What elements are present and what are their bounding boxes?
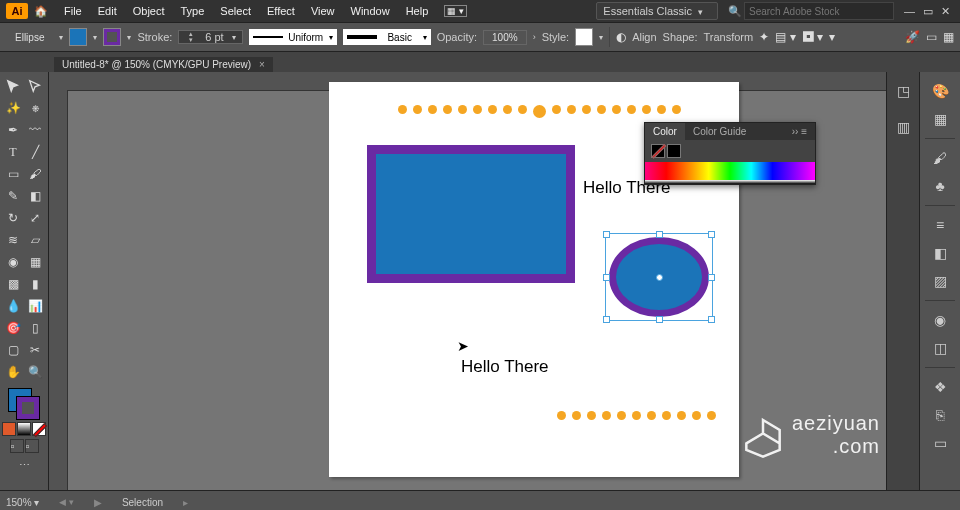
stroke-profile-select[interactable]: Uniform▾ [249,29,337,45]
align-label[interactable]: Align [632,31,656,43]
menu-type[interactable]: Type [181,5,205,17]
close-icon[interactable]: ✕ [941,5,950,18]
dotted-line-top[interactable] [395,104,684,118]
shaper-tool[interactable]: ✎ [3,186,23,206]
opacity-input[interactable]: 100% [483,30,527,45]
symbol-sprayer-tool[interactable]: 🎯 [3,318,23,338]
color-panel[interactable]: Color Color Guide ›› ≡ [644,122,816,185]
canvas-area[interactable]: Hello There ➤ Hello There Color Col [49,72,886,490]
libraries-icon[interactable]: ▥ [890,114,916,140]
color-icon[interactable]: 🎨 [927,78,953,104]
paintbrush-tool[interactable]: 🖌 [25,164,45,184]
layers-icon[interactable]: ❖ [927,374,953,400]
perspective-tool[interactable]: ▦ [25,252,45,272]
column-graph-tool[interactable]: ▯ [25,318,45,338]
panel-collapse-icon[interactable]: ›› ≡ [784,123,815,140]
shape-label[interactable]: Shape: [663,31,698,43]
document-tab[interactable]: Untitled-8* @ 150% (CMYK/GPU Preview) × [54,57,273,72]
gradient-mode[interactable] [17,422,31,436]
rectangle-tool[interactable]: ▭ [3,164,23,184]
menu-object[interactable]: Object [133,5,165,17]
properties-icon[interactable]: ◳ [890,78,916,104]
width-tool[interactable]: ≋ [3,230,23,250]
bridge-icon[interactable]: ▦ ▾ [444,5,467,17]
search-input[interactable] [744,2,894,20]
stroke-panel-icon[interactable]: ≡ [927,212,953,238]
artboard-tool[interactable]: ▢ [3,340,23,360]
blend-tool[interactable]: 📊 [25,296,45,316]
transform-label[interactable]: Transform [703,31,753,43]
zoom-select[interactable]: 150% ▾ [6,497,39,508]
color-guide-tab[interactable]: Color Guide [685,123,754,140]
slice-tool[interactable]: ✂ [25,340,45,360]
style-swatch[interactable] [575,28,593,46]
free-transform-tool[interactable]: ▱ [25,230,45,250]
selection-tool[interactable] [3,76,23,96]
draw-mode[interactable]: ▫ [10,439,24,453]
symbols-icon[interactable]: ♣ [927,173,953,199]
menu-effect[interactable]: Effect [267,5,295,17]
zoom-tool[interactable]: 🔍 [25,362,45,382]
menu-help[interactable]: Help [406,5,429,17]
nav-right-icon[interactable]: ▶ [94,497,102,508]
color-mode[interactable] [2,422,16,436]
screen-mode[interactable]: ▫ [25,439,39,453]
color-spectrum[interactable] [645,162,815,180]
panel-fill-proxy[interactable] [651,144,665,158]
mesh-tool[interactable]: ▩ [3,274,23,294]
scale-tool[interactable]: ⤢ [25,208,45,228]
graphic-styles-icon[interactable]: ◫ [927,335,953,361]
transparency-icon[interactable]: ▨ [927,268,953,294]
color-tab[interactable]: Color [645,123,685,140]
tab-close-icon[interactable]: × [259,59,265,70]
more-icon[interactable]: ▾ [829,30,835,44]
rotate-tool[interactable]: ↻ [3,208,23,228]
brushes-icon[interactable]: 🖌 [927,145,953,171]
magic-wand-tool[interactable]: ✨ [3,98,23,118]
blue-rectangle[interactable] [367,145,575,283]
brush-definition-select[interactable]: Basic▾ [343,29,431,45]
recolor-icon[interactable]: ◐ [616,30,626,44]
proxy-stroke[interactable] [16,396,40,420]
isolate-icon[interactable]: ✦ [759,30,769,44]
minimize-icon[interactable]: — [904,5,915,18]
gradient-tool[interactable]: ▮ [25,274,45,294]
color-ramp-bw[interactable] [645,180,815,184]
doc-setup-icon[interactable]: ▭ [926,30,937,44]
eraser-tool[interactable]: ◧ [25,186,45,206]
eyedropper-tool[interactable]: 💧 [3,296,23,316]
menu-file[interactable]: File [64,5,82,17]
edit-toolbar-icon[interactable]: ⋯ [19,459,30,472]
nav-left-icon[interactable]: ◀ ▾ [59,497,74,507]
arrange-icon[interactable]: ▤ ▾ [775,30,795,44]
appearance-icon[interactable]: ◉ [927,307,953,333]
menu-view[interactable]: View [311,5,335,17]
shape-builder-tool[interactable]: ◉ [3,252,23,272]
stroke-swatch[interactable] [103,28,121,46]
panel-stroke-proxy[interactable] [667,144,681,158]
menu-select[interactable]: Select [220,5,251,17]
status-menu-icon[interactable]: ▸ [183,497,188,508]
menu-window[interactable]: Window [351,5,390,17]
menu-edit[interactable]: Edit [98,5,117,17]
workspace-select[interactable]: Essentials Classic [596,2,718,20]
hand-tool[interactable]: ✋ [3,362,23,382]
prefs-icon[interactable]: ▦ [943,30,954,44]
home-icon[interactable]: 🏠 [34,5,48,18]
swatches-icon[interactable]: ▦ [927,106,953,132]
maximize-icon[interactable]: ▭ [923,5,933,18]
pen-tool[interactable]: ✒ [3,120,23,140]
direct-selection-tool[interactable] [25,76,45,96]
lasso-tool[interactable]: ⎈ [25,98,45,118]
fill-stroke-proxy[interactable] [8,388,40,420]
ellipse-selection[interactable] [609,237,709,317]
artboards-icon[interactable]: ▭ [927,430,953,456]
type-tool[interactable]: T [3,142,23,162]
none-mode[interactable] [32,422,46,436]
hello-text-2[interactable]: Hello There [461,357,549,377]
gradient-panel-icon[interactable]: ◧ [927,240,953,266]
gpu-icon[interactable]: 🚀 [905,30,920,44]
stroke-weight-input[interactable]: ▴▾ 6 pt▾ [178,30,242,44]
fill-swatch[interactable] [69,28,87,46]
select-similar-icon[interactable]: 🞒 ▾ [802,30,823,44]
